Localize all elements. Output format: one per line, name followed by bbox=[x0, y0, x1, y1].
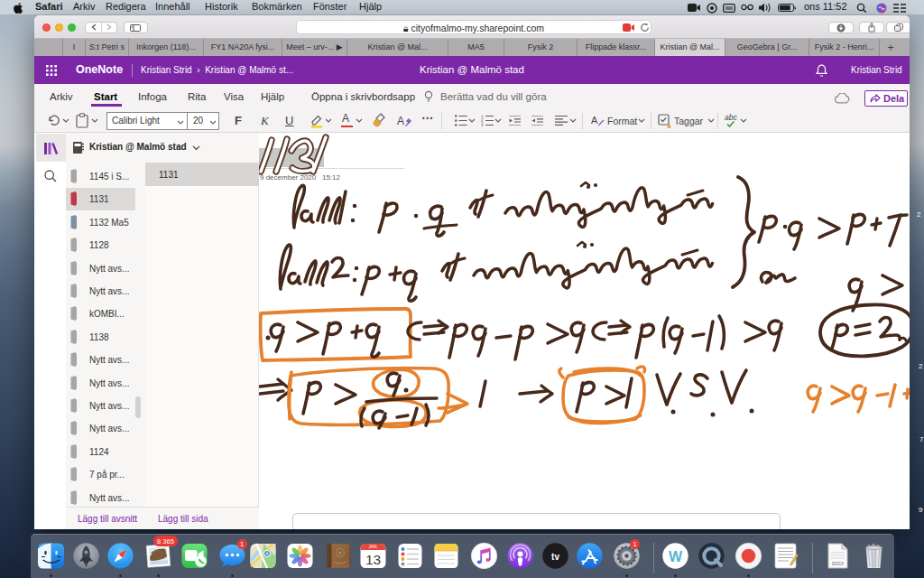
svg-text:A: A bbox=[266, 552, 269, 556]
svg-text:abc: abc bbox=[725, 113, 737, 122]
svg-text:tv: tv bbox=[551, 552, 559, 562]
svg-text:DOCX: DOCX bbox=[832, 562, 844, 566]
svg-text:A: A bbox=[591, 115, 598, 126]
svg-text:A: A bbox=[397, 115, 404, 127]
svg-text:W: W bbox=[668, 549, 682, 564]
svg-text:JAN.: JAN. bbox=[369, 545, 378, 549]
svg-text:3: 3 bbox=[481, 123, 484, 126]
svg-text:13: 13 bbox=[365, 552, 381, 567]
